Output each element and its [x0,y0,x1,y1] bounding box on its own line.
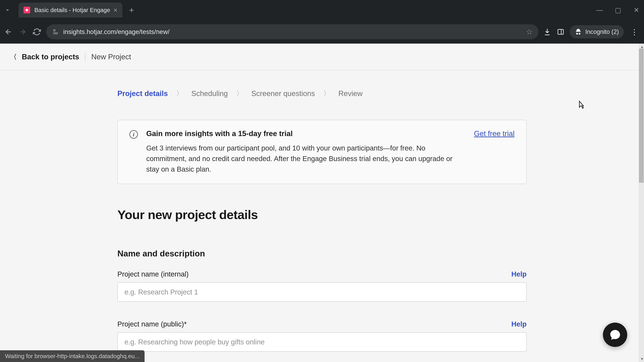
url-text: insights.hotjar.com/engage/tests/new/ [63,28,522,35]
site-info-icon[interactable] [52,28,59,36]
reload-button[interactable] [32,27,42,37]
help-link[interactable]: Help [511,320,526,328]
step-scheduling[interactable]: Scheduling [191,89,228,98]
get-free-trial-link[interactable]: Get free trial [474,129,514,174]
content-area: Project details 〉 Scheduling 〉 Screener … [0,70,644,362]
free-trial-banner: i Gain more insights with a 15-day free … [118,120,526,184]
browser-tab-bar: Basic details - Hotjar Engage × + — ▢ ✕ [0,0,644,20]
back-button[interactable] [3,27,14,37]
section-heading: Your new project details [118,207,526,222]
close-window-button[interactable]: ✕ [632,6,641,14]
page-header: 〈 Back to projects New Project [0,43,644,70]
step-project-details[interactable]: Project details [118,89,168,98]
forward-button[interactable] [18,27,28,37]
subsection-heading: Name and description [118,249,526,258]
bookmark-star-icon[interactable]: ☆ [526,27,533,36]
browser-toolbar: insights.hotjar.com/engage/tests/new/ ☆ … [0,20,644,43]
back-to-projects-link[interactable]: 〈 Back to projects [10,52,79,61]
svg-point-0 [54,29,55,31]
field-project-name-public: Project name (public)* Help [118,320,526,352]
scrollbar-thumb[interactable] [639,49,644,183]
back-label: Back to projects [22,53,79,61]
side-panel-icon[interactable] [556,27,565,36]
project-name-label: New Project [91,53,131,61]
chevron-right-icon: 〉 [236,89,243,98]
divider [85,53,85,61]
scroll-down-icon[interactable]: ▾ [641,357,643,361]
maximize-button[interactable]: ▢ [614,6,622,14]
hotjar-favicon-icon [24,7,30,13]
chevron-right-icon: 〉 [176,89,183,98]
project-name-public-input[interactable] [118,332,526,352]
window-controls: — ▢ ✕ [595,6,641,14]
info-icon: i [130,130,138,139]
tab-search-dropdown[interactable] [3,6,12,14]
minimize-button[interactable]: — [595,6,604,14]
step-review[interactable]: Review [338,89,362,98]
scroll-up-icon[interactable]: ▴ [641,44,643,49]
address-bar[interactable]: insights.hotjar.com/engage/tests/new/ ☆ [46,24,538,39]
incognito-label: Incognito (2) [585,28,619,35]
step-screener-questions[interactable]: Screener questions [252,89,315,98]
banner-title: Gain more insights with a 15-day free tr… [146,129,459,138]
wizard-steps: Project details 〉 Scheduling 〉 Screener … [118,89,526,98]
chevron-right-icon: 〉 [323,89,330,98]
new-tab-button[interactable]: + [129,5,134,15]
field-label: Project name (public)* [118,320,187,328]
browser-status-bar: Waiting for browser-http-intake.logs.dat… [0,350,144,362]
help-link[interactable]: Help [511,270,526,278]
chevron-left-icon: 〈 [10,52,17,61]
banner-text: Get 3 interviews from our participant po… [146,143,459,174]
field-label: Project name (internal) [118,270,189,278]
browser-menu-icon[interactable]: ⋮ [628,27,641,36]
page-content: ▴ ▾ 〈 Back to projects New Project Proje… [0,43,644,362]
scrollbar[interactable]: ▴ ▾ [639,43,644,362]
incognito-badge[interactable]: Incognito (2) [570,25,624,38]
browser-tab[interactable]: Basic details - Hotjar Engage × [18,2,122,17]
field-project-name-internal: Project name (internal) Help [118,270,526,302]
project-name-internal-input[interactable] [118,282,526,302]
downloads-icon[interactable] [543,27,552,36]
tab-title: Basic details - Hotjar Engage [34,7,110,13]
svg-rect-3 [558,29,564,34]
chat-support-button[interactable] [603,323,627,347]
close-tab-icon[interactable]: × [114,6,118,14]
